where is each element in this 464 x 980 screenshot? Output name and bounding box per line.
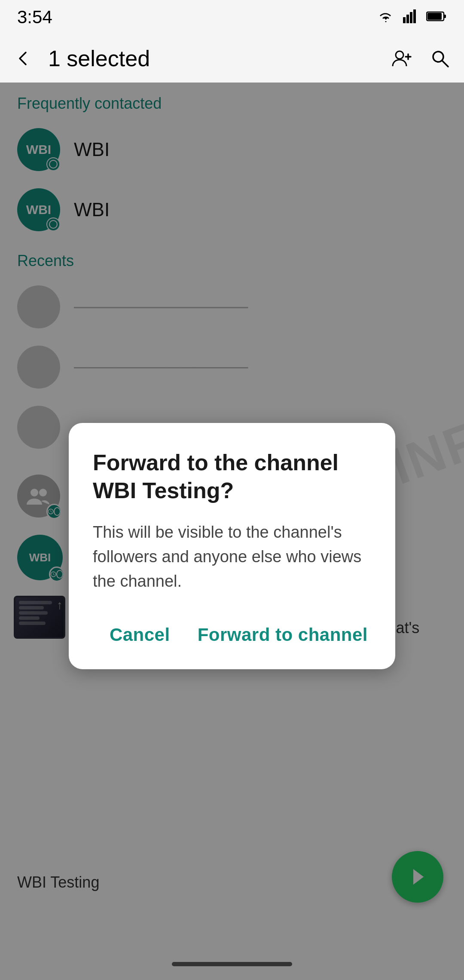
top-bar: 1 selected bbox=[0, 34, 464, 83]
add-person-button[interactable] bbox=[388, 45, 416, 72]
battery-icon bbox=[426, 8, 447, 26]
forward-to-channel-button[interactable]: Forward to channel bbox=[194, 619, 371, 650]
page-title: 1 selected bbox=[48, 46, 376, 71]
dialog-title: Forward to the channel WBI Testing? bbox=[93, 449, 371, 505]
dialog-body: This will be visible to the channel's fo… bbox=[93, 520, 371, 594]
status-time: 3:54 bbox=[17, 7, 52, 28]
top-bar-actions bbox=[388, 45, 454, 72]
svg-line-11 bbox=[442, 61, 448, 67]
svg-point-7 bbox=[396, 51, 403, 59]
forward-dialog: Forward to the channel WBI Testing? This… bbox=[69, 423, 395, 669]
main-content: Frequently contacted WBI WBI WBI WBI Rec… bbox=[0, 83, 464, 980]
status-icons bbox=[376, 8, 447, 27]
svg-rect-3 bbox=[413, 9, 416, 23]
svg-rect-1 bbox=[406, 15, 409, 23]
status-bar: 3:54 bbox=[0, 0, 464, 34]
back-button[interactable] bbox=[10, 46, 36, 71]
svg-rect-5 bbox=[444, 15, 446, 18]
signal-icon bbox=[403, 8, 418, 27]
svg-rect-6 bbox=[427, 13, 442, 20]
svg-rect-0 bbox=[403, 17, 406, 23]
home-indicator bbox=[172, 962, 292, 966]
svg-rect-2 bbox=[410, 12, 412, 23]
search-button[interactable] bbox=[426, 45, 454, 72]
dialog-actions: Cancel Forward to channel bbox=[93, 619, 371, 650]
wifi-icon bbox=[376, 8, 395, 27]
cancel-button[interactable]: Cancel bbox=[106, 619, 174, 650]
